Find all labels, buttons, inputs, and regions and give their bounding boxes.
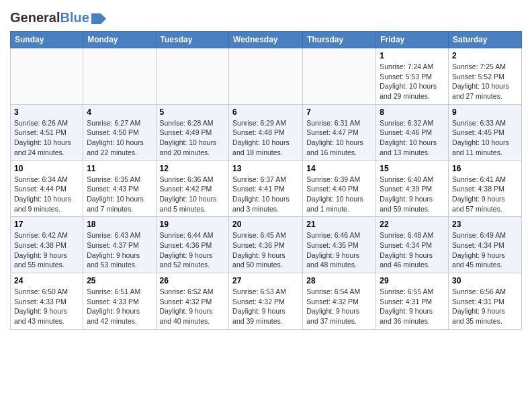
- day-info: Sunrise: 6:42 AM Sunset: 4:38 PM Dayligh…: [14, 230, 79, 270]
- logo-text: GeneralBlue: [10, 10, 89, 26]
- calendar-cell: 21Sunrise: 6:46 AM Sunset: 4:35 PM Dayli…: [303, 217, 376, 273]
- day-info: Sunrise: 6:35 AM Sunset: 4:43 PM Dayligh…: [87, 175, 152, 214]
- calendar-cell: 19Sunrise: 6:44 AM Sunset: 4:36 PM Dayli…: [156, 217, 229, 273]
- logo-blue: Blue: [60, 10, 89, 25]
- calendar-cell: 26Sunrise: 6:52 AM Sunset: 4:32 PM Dayli…: [156, 273, 229, 330]
- day-number: 19: [160, 220, 226, 229]
- calendar-week-row: 24Sunrise: 6:50 AM Sunset: 4:33 PM Dayli…: [11, 273, 522, 330]
- calendar-week-row: 1Sunrise: 7:24 AM Sunset: 5:53 PM Daylig…: [11, 48, 522, 105]
- calendar-week-row: 3Sunrise: 6:26 AM Sunset: 4:51 PM Daylig…: [11, 104, 522, 161]
- calendar-cell: [303, 48, 376, 105]
- day-info: Sunrise: 6:46 AM Sunset: 4:35 PM Dayligh…: [306, 230, 372, 270]
- day-of-week-header: Thursday: [303, 32, 376, 48]
- calendar-cell: 20Sunrise: 6:45 AM Sunset: 4:36 PM Dayli…: [229, 217, 303, 273]
- day-number: 28: [306, 276, 372, 285]
- calendar-cell: 6Sunrise: 6:29 AM Sunset: 4:48 PM Daylig…: [229, 104, 303, 161]
- day-info: Sunrise: 6:49 AM Sunset: 4:34 PM Dayligh…: [452, 230, 518, 270]
- day-number: 23: [452, 220, 518, 229]
- day-number: 24: [14, 276, 79, 285]
- calendar-table: SundayMondayTuesdayWednesdayThursdayFrid…: [10, 31, 522, 330]
- calendar-week-row: 10Sunrise: 6:34 AM Sunset: 4:44 PM Dayli…: [11, 161, 522, 217]
- svg-marker-0: [91, 13, 106, 24]
- day-of-week-header: Monday: [83, 32, 156, 48]
- day-of-week-header: Sunday: [11, 32, 83, 48]
- calendar-week-row: 17Sunrise: 6:42 AM Sunset: 4:38 PM Dayli…: [11, 217, 522, 273]
- calendar-cell: 3Sunrise: 6:26 AM Sunset: 4:51 PM Daylig…: [11, 104, 83, 161]
- calendar-cell: 25Sunrise: 6:51 AM Sunset: 4:33 PM Dayli…: [83, 273, 156, 330]
- day-info: Sunrise: 6:51 AM Sunset: 4:33 PM Dayligh…: [87, 287, 152, 326]
- day-info: Sunrise: 6:50 AM Sunset: 4:33 PM Dayligh…: [14, 287, 79, 326]
- day-info: Sunrise: 6:52 AM Sunset: 4:32 PM Dayligh…: [160, 287, 226, 326]
- calendar-cell: 28Sunrise: 6:54 AM Sunset: 4:32 PM Dayli…: [303, 273, 376, 330]
- day-of-week-header: Tuesday: [156, 32, 229, 48]
- day-number: 27: [232, 276, 299, 285]
- calendar-cell: 22Sunrise: 6:48 AM Sunset: 4:34 PM Dayli…: [376, 217, 449, 273]
- calendar-cell: 8Sunrise: 6:32 AM Sunset: 4:46 PM Daylig…: [376, 104, 449, 161]
- calendar-cell: 17Sunrise: 6:42 AM Sunset: 4:38 PM Dayli…: [11, 217, 83, 273]
- day-info: Sunrise: 6:31 AM Sunset: 4:47 PM Dayligh…: [306, 118, 372, 158]
- day-info: Sunrise: 6:39 AM Sunset: 4:40 PM Dayligh…: [306, 175, 372, 214]
- day-info: Sunrise: 6:28 AM Sunset: 4:49 PM Dayligh…: [160, 118, 226, 158]
- day-info: Sunrise: 6:56 AM Sunset: 4:31 PM Dayligh…: [452, 287, 518, 326]
- day-number: 17: [14, 220, 79, 229]
- calendar-cell: [11, 48, 83, 105]
- day-info: Sunrise: 6:43 AM Sunset: 4:37 PM Dayligh…: [87, 230, 152, 270]
- day-number: 5: [160, 107, 226, 117]
- day-info: Sunrise: 6:54 AM Sunset: 4:32 PM Dayligh…: [306, 287, 372, 326]
- day-number: 22: [380, 220, 445, 229]
- calendar-cell: 7Sunrise: 6:31 AM Sunset: 4:47 PM Daylig…: [303, 104, 376, 161]
- calendar-cell: 23Sunrise: 6:49 AM Sunset: 4:34 PM Dayli…: [449, 217, 522, 273]
- day-of-week-header: Saturday: [449, 32, 522, 48]
- calendar-cell: 1Sunrise: 7:24 AM Sunset: 5:53 PM Daylig…: [376, 48, 449, 105]
- calendar-cell: [156, 48, 229, 105]
- day-number: 10: [14, 164, 79, 173]
- day-number: 12: [160, 164, 226, 173]
- day-info: Sunrise: 6:29 AM Sunset: 4:48 PM Dayligh…: [232, 118, 299, 158]
- day-info: Sunrise: 6:27 AM Sunset: 4:50 PM Dayligh…: [87, 118, 152, 158]
- calendar-cell: 27Sunrise: 6:53 AM Sunset: 4:32 PM Dayli…: [229, 273, 303, 330]
- calendar-cell: 13Sunrise: 6:37 AM Sunset: 4:41 PM Dayli…: [229, 161, 303, 217]
- calendar-cell: 11Sunrise: 6:35 AM Sunset: 4:43 PM Dayli…: [83, 161, 156, 217]
- day-number: 25: [87, 276, 152, 285]
- day-number: 29: [380, 276, 445, 285]
- day-info: Sunrise: 6:32 AM Sunset: 4:46 PM Dayligh…: [380, 118, 445, 158]
- calendar-cell: 18Sunrise: 6:43 AM Sunset: 4:37 PM Dayli…: [83, 217, 156, 273]
- day-number: 6: [232, 107, 299, 117]
- day-of-week-header: Friday: [376, 32, 449, 48]
- day-number: 14: [306, 164, 372, 173]
- day-number: 13: [232, 164, 299, 173]
- day-number: 8: [380, 107, 445, 117]
- page-header: GeneralBlue: [10, 7, 522, 26]
- day-of-week-header: Wednesday: [229, 32, 303, 48]
- day-number: 21: [306, 220, 372, 229]
- calendar-cell: 16Sunrise: 6:41 AM Sunset: 4:38 PM Dayli…: [449, 161, 522, 217]
- logo: GeneralBlue: [10, 10, 106, 26]
- day-info: Sunrise: 6:53 AM Sunset: 4:32 PM Dayligh…: [232, 287, 299, 326]
- day-number: 9: [452, 107, 518, 117]
- day-number: 11: [87, 164, 152, 173]
- calendar-cell: 5Sunrise: 6:28 AM Sunset: 4:49 PM Daylig…: [156, 104, 229, 161]
- calendar-cell: 12Sunrise: 6:36 AM Sunset: 4:42 PM Dayli…: [156, 161, 229, 217]
- day-info: Sunrise: 6:41 AM Sunset: 4:38 PM Dayligh…: [452, 175, 518, 214]
- day-number: 20: [232, 220, 299, 229]
- day-info: Sunrise: 6:55 AM Sunset: 4:31 PM Dayligh…: [380, 287, 445, 326]
- calendar-cell: 30Sunrise: 6:56 AM Sunset: 4:31 PM Dayli…: [449, 273, 522, 330]
- calendar-cell: 29Sunrise: 6:55 AM Sunset: 4:31 PM Dayli…: [376, 273, 449, 330]
- calendar-cell: 24Sunrise: 6:50 AM Sunset: 4:33 PM Dayli…: [11, 273, 83, 330]
- day-number: 1: [380, 51, 445, 60]
- day-info: Sunrise: 6:33 AM Sunset: 4:45 PM Dayligh…: [452, 118, 518, 158]
- logo-general: General: [10, 10, 60, 25]
- day-number: 4: [87, 107, 152, 117]
- calendar-cell: 14Sunrise: 6:39 AM Sunset: 4:40 PM Dayli…: [303, 161, 376, 217]
- day-info: Sunrise: 6:44 AM Sunset: 4:36 PM Dayligh…: [160, 230, 226, 270]
- calendar-cell: 10Sunrise: 6:34 AM Sunset: 4:44 PM Dayli…: [11, 161, 83, 217]
- calendar-cell: [83, 48, 156, 105]
- day-number: 26: [160, 276, 226, 285]
- day-number: 7: [306, 107, 372, 117]
- day-info: Sunrise: 7:24 AM Sunset: 5:53 PM Dayligh…: [380, 62, 445, 101]
- calendar-cell: [229, 48, 303, 105]
- calendar-cell: 2Sunrise: 7:25 AM Sunset: 5:52 PM Daylig…: [449, 48, 522, 105]
- day-info: Sunrise: 6:34 AM Sunset: 4:44 PM Dayligh…: [14, 175, 79, 214]
- day-number: 15: [380, 164, 445, 173]
- day-info: Sunrise: 6:45 AM Sunset: 4:36 PM Dayligh…: [232, 230, 299, 270]
